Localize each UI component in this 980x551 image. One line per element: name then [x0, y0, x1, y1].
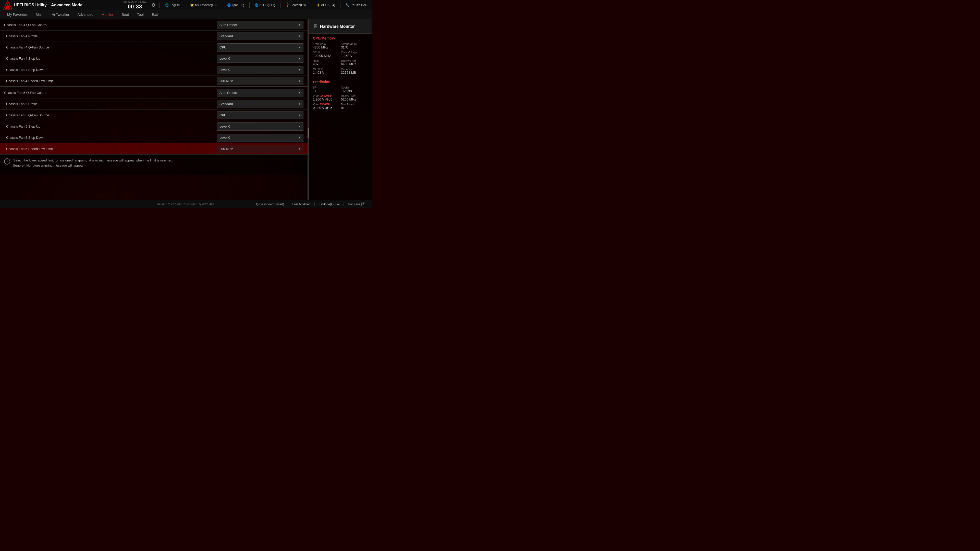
cf4-qfan-source-dropdown[interactable]: CPU ▼ — [217, 43, 304, 52]
freq-4300-highlight: 4300MHz — [320, 103, 331, 106]
cooler-label: Cooler — [341, 86, 368, 89]
info-text: Select the lower speed limit for assigne… — [13, 158, 173, 168]
hot-keys-label: Hot Keys — [348, 203, 360, 206]
table-row[interactable]: Chassis Fan 4 Q-Fan Control Auto Detect … — [0, 19, 307, 30]
chevron-down-icon: ▼ — [298, 24, 301, 26]
settings-value-wrapper: CPU ▼ — [217, 111, 304, 119]
table-row[interactable]: Chassis Fan 4 Q-Fan Source CPU ▼ — [0, 42, 307, 53]
qdashboard-btn[interactable]: Q-Dashboard(Insert) — [252, 200, 288, 208]
dram-freq-value: 6400 MHz — [341, 62, 368, 66]
settings-label: Chassis Fan 4 Q-Fan Control — [4, 23, 217, 27]
nav-my-favorites[interactable]: My Favorites — [3, 10, 32, 19]
capacity-value: 32768 MB — [341, 71, 368, 75]
chevron-down-icon: ▼ — [298, 103, 301, 105]
sp-item: SP 119 — [313, 86, 340, 93]
mc-volt-item: MC Volt. 1.403 V — [313, 68, 340, 75]
qfan-btn[interactable]: 🌀 Qfan(F6) — [226, 3, 245, 7]
table-row[interactable]: Chassis Fan 4 Speed Low Limit 200 RPM ▼ — [0, 76, 307, 87]
hw-monitor-header: 🖥 Hardware Monitor — [309, 19, 372, 34]
scroll-thumb[interactable] — [307, 128, 309, 138]
hot-keys-btn[interactable]: Hot Keys ? — [344, 200, 369, 208]
capacity-item: Capacity 32768 MB — [341, 68, 368, 75]
cf4-speed-low-limit-dropdown[interactable]: 200 RPM ▼ — [217, 77, 304, 85]
cf4-qfan-control-dropdown[interactable]: Auto Detect ▼ — [217, 21, 304, 29]
search-btn[interactable]: ❓ Search(F9) — [285, 3, 307, 7]
chevron-down-icon: ▼ — [298, 68, 301, 71]
dos-thresh-value: 91 — [341, 106, 368, 110]
prediction-grid: SP 119 Cooler 166 pts V for 5205MHz 1.26… — [313, 86, 368, 110]
last-modified-btn[interactable]: Last Modified — [289, 200, 314, 208]
cf5-profile-dropdown[interactable]: Standard ▼ — [217, 100, 304, 108]
aioc-btn[interactable]: 🌐 AI OC(F11) — [254, 3, 276, 7]
table-row[interactable]: Chassis Fan 5 Step Up Level 0 ▼ — [0, 121, 307, 132]
settings-value-wrapper: Level 0 ▼ — [217, 122, 304, 130]
nav-advanced[interactable]: Advanced — [73, 10, 97, 19]
v-for-5205-label: V for 5205MHz — [313, 94, 340, 97]
english-btn[interactable]: 🌐 English — [164, 3, 181, 7]
cf5-step-up-dropdown[interactable]: Level 0 ▼ — [217, 122, 304, 130]
aura-btn[interactable]: ✨ AURA(F4) — [315, 3, 336, 7]
table-row[interactable]: Chassis Fan 5 Q-Fan Control Auto Detect … — [0, 87, 307, 98]
dropdown-value: 200 RPM — [220, 147, 233, 151]
chevron-down-icon: ▼ — [298, 148, 301, 150]
settings-label: Chassis Fan 5 Speed Low Limit — [4, 147, 217, 151]
settings-value-wrapper: 200 RPM ▼ — [217, 77, 304, 85]
settings-value-wrapper: Auto Detect ▼ — [217, 21, 304, 29]
settings-value-wrapper: Level 0 ▼ — [217, 66, 304, 74]
myfavorite-btn[interactable]: ⭐ My Favorite(F3) — [189, 3, 218, 7]
table-row[interactable]: Chassis Fan 5 Speed Low Limit 200 RPM ▼ — [0, 143, 307, 155]
divider — [222, 3, 222, 8]
table-row[interactable]: Chassis Fan 5 Profile Standard ▼ — [0, 98, 307, 110]
info-icon: i — [4, 159, 10, 165]
chevron-down-icon: ▼ — [298, 91, 301, 94]
header-right: 09/27/2024 Friday 00:33 ⚙ 🌐 English ⭐ My… — [124, 0, 369, 10]
settings-label: Chassis Fan 4 Profile — [4, 34, 217, 38]
info-panel: i Select the lower speed limit for assig… — [0, 155, 307, 175]
prediction-section: Prediction SP 119 Cooler 166 pts V for 5… — [309, 77, 372, 112]
nav-ai-tweaker[interactable]: Ai Tweaker — [48, 10, 73, 19]
settings-value-wrapper: CPU ▼ — [217, 43, 304, 52]
dropdown-value: Level 0 — [220, 124, 230, 128]
frequency-item: Frequency 4300 MHz — [313, 42, 340, 49]
cf5-qfan-control-dropdown[interactable]: Auto Detect ▼ — [217, 89, 304, 97]
table-row[interactable]: Chassis Fan 4 Step Up Level 0 ▼ — [0, 53, 307, 64]
nav-tool[interactable]: Tool — [133, 10, 148, 19]
table-row[interactable]: Chassis Fan 5 Q-Fan Source CPU ▼ — [0, 110, 307, 121]
nav-main[interactable]: Main — [32, 10, 48, 19]
cf5-qfan-source-dropdown[interactable]: CPU ▼ — [217, 111, 304, 119]
nav-exit[interactable]: Exit — [148, 10, 162, 19]
hw-monitor-panel: 🖥 Hardware Monitor CPU/Memory Frequency … — [309, 19, 372, 200]
settings-icon[interactable]: ⚙ — [151, 2, 156, 8]
scrollbar[interactable] — [307, 19, 309, 200]
header-date: 09/27/2024 Friday — [124, 0, 146, 3]
cf4-step-down-dropdown[interactable]: Level 0 ▼ — [217, 66, 304, 74]
settings-value-wrapper: Level 0 ▼ — [217, 134, 304, 142]
cf4-profile-dropdown[interactable]: Standard ▼ — [217, 32, 304, 40]
dropdown-value: Auto Detect — [220, 91, 237, 95]
navbar: My Favorites Main Ai Tweaker Advanced Mo… — [0, 10, 372, 19]
resizebar-btn[interactable]: 🔧 ReSize BAR — [345, 3, 369, 7]
chevron-down-icon: ▼ — [298, 35, 301, 38]
cf5-speed-low-limit-dropdown[interactable]: 200 RPM ▼ — [217, 145, 304, 153]
content-area: Chassis Fan 4 Q-Fan Control Auto Detect … — [0, 19, 307, 200]
nav-boot[interactable]: Boot — [118, 10, 133, 19]
table-row[interactable]: Chassis Fan 4 Profile Standard ▼ — [0, 30, 307, 42]
chevron-down-icon: ▼ — [298, 57, 301, 60]
hw-monitor-title: Hardware Monitor — [320, 24, 355, 29]
v-for-4300-item: V for 4300MHz 0.930 V @L5 — [313, 103, 340, 110]
dropdown-value: Standard — [220, 102, 233, 106]
cpu-memory-title: CPU/Memory — [313, 36, 368, 40]
settings-label: Chassis Fan 5 Step Down — [4, 136, 217, 140]
settings-table: Chassis Fan 4 Q-Fan Control Auto Detect … — [0, 19, 307, 155]
v-for-5205-value: 1.260 V @L5 — [313, 97, 340, 101]
cf5-step-down-dropdown[interactable]: Level 0 ▼ — [217, 134, 304, 142]
ezmode-btn[interactable]: EzMode(F7) ⇥ — [315, 200, 343, 208]
dropdown-value: CPU — [220, 113, 226, 117]
dropdown-value: 200 RPM — [220, 79, 233, 83]
table-row[interactable]: Chassis Fan 4 Step Down Level 0 ▼ — [0, 64, 307, 76]
asus-logo — [3, 0, 12, 10]
nav-monitor[interactable]: Monitor — [97, 10, 118, 19]
table-row[interactable]: Chassis Fan 5 Step Down Level 0 ▼ — [0, 132, 307, 143]
cf4-step-up-dropdown[interactable]: Level 0 ▼ — [217, 55, 304, 63]
settings-label: Chassis Fan 5 Step Up — [4, 124, 217, 128]
